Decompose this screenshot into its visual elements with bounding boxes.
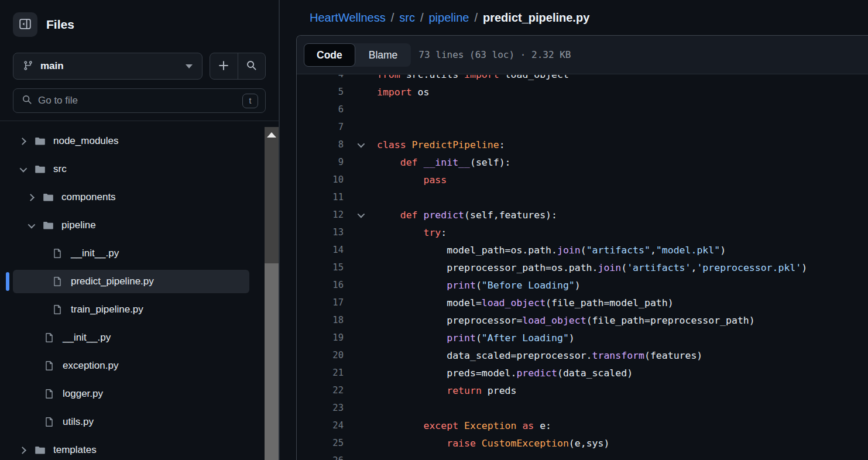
collapse-sidebar-button[interactable] (13, 12, 37, 37)
line-number[interactable]: 26 (297, 455, 344, 460)
breadcrumb-repo-link[interactable]: HeartWellness (310, 11, 386, 25)
go-to-file-input[interactable] (38, 95, 236, 107)
code-line-11: 11 (297, 188, 868, 206)
code-text: except Exception as e: (377, 420, 551, 431)
code-text: try: (377, 227, 447, 238)
search-icon (246, 60, 257, 73)
line-number[interactable]: 22 (297, 385, 344, 396)
line-number[interactable]: 19 (297, 332, 344, 343)
branch-name: main (40, 60, 64, 72)
code-line-8: 8class PredictPipeline: (297, 136, 868, 153)
code-text: def __init__(self): (377, 157, 511, 168)
code-blame-switch: Code Blame (304, 43, 411, 67)
sidebar-header: Files main (0, 0, 279, 113)
sidebar-scrollbar[interactable] (265, 127, 279, 460)
tree-item-src[interactable]: src (13, 157, 249, 181)
tree-item-templates[interactable]: templates (13, 438, 249, 460)
line-number[interactable]: 23 (297, 403, 344, 413)
breadcrumb-pipeline-link[interactable]: pipeline (428, 11, 469, 25)
tree-item-label: __init__.py (71, 248, 119, 259)
breadcrumb-src-link[interactable]: src (399, 11, 415, 25)
line-number[interactable]: 6 (297, 104, 344, 115)
tree-item-label: logger.py (63, 388, 103, 400)
tree-item--init-py[interactable]: __init__.py (13, 242, 249, 265)
code-line-17: 17 model=load_object(file_path=model_pat… (297, 294, 868, 311)
code-text: import os (377, 87, 429, 98)
code-text: model_path=os.path.join("artifacts","mod… (377, 245, 726, 256)
tree-item-label: __init__.py (63, 332, 111, 344)
tree-item-train-pipeline-py[interactable]: train_pipeline.py (13, 298, 249, 321)
chevron-right-icon (18, 448, 27, 453)
code-text: data_scaled=preprocessor.transform(featu… (377, 350, 702, 361)
tree-item-node-modules[interactable]: node_modules (13, 129, 249, 153)
code-text: def predict(self,features): (377, 210, 557, 221)
file-view-container: Code Blame 73 lines (63 loc) · 2.32 KB 4… (296, 35, 868, 460)
line-number[interactable]: 4 (297, 75, 344, 80)
git-branch-icon (23, 60, 33, 73)
tree-item-label: src (53, 163, 67, 175)
scrollbar-up-arrow-icon[interactable] (265, 127, 279, 142)
fold-chevron-icon[interactable] (344, 142, 377, 147)
code-line-6: 6 (297, 101, 868, 118)
code-text: model=load_object(file_path=model_path) (377, 297, 674, 308)
main-panel: HeartWellness / src / pipeline / predict… (281, 0, 868, 460)
tab-code[interactable]: Code (304, 43, 355, 67)
line-number[interactable]: 14 (297, 245, 344, 255)
shortcut-key-badge: t (242, 94, 258, 108)
line-number[interactable]: 18 (297, 315, 344, 325)
code-line-13: 13 try: (297, 224, 868, 241)
code-line-12: 12 def predict(self,features): (297, 206, 868, 224)
code-line-4: 4from src.utils import load_object (297, 75, 868, 83)
tree-item--init-py[interactable]: __init__.py (13, 326, 249, 349)
code-line-21: 21 preds=model.predict(data_scaled) (297, 364, 868, 382)
line-number[interactable]: 16 (297, 280, 344, 290)
files-header-row: Files (13, 12, 266, 37)
tree-item-predict-pipeline-py[interactable]: predict_pipeline.py (13, 270, 249, 293)
tab-blame[interactable]: Blame (355, 43, 411, 67)
line-number[interactable]: 12 (297, 210, 344, 220)
line-number[interactable]: 9 (297, 157, 344, 167)
branch-row: main (13, 53, 266, 80)
search-icon (22, 94, 32, 107)
fold-chevron-icon[interactable] (344, 212, 377, 218)
chevron-right-icon (26, 195, 35, 200)
line-number[interactable]: 24 (297, 420, 344, 431)
line-number[interactable]: 20 (297, 350, 344, 361)
tree-item-exception-py[interactable]: exception.py (13, 354, 249, 377)
chevron-down-icon (186, 64, 193, 68)
tree-item-utils-py[interactable]: utils.py (13, 410, 249, 434)
breadcrumb: HeartWellness / src / pipeline / predict… (281, 0, 868, 35)
add-file-button[interactable] (210, 53, 238, 79)
code-text: pass (377, 174, 447, 186)
line-number[interactable]: 25 (297, 438, 344, 448)
line-number[interactable]: 21 (297, 368, 344, 378)
tree-item-components[interactable]: components (13, 186, 249, 209)
line-number[interactable]: 7 (297, 122, 344, 132)
tree-item-logger-py[interactable]: logger.py (13, 382, 249, 406)
line-number[interactable]: 15 (297, 262, 344, 273)
chevron-right-icon (18, 139, 27, 144)
tree-item-pipeline[interactable]: pipeline (13, 214, 249, 237)
line-number[interactable]: 10 (297, 174, 344, 185)
code-line-15: 15 preprocessor_path=os.path.join('artif… (297, 259, 868, 276)
search-tree-button[interactable] (238, 53, 266, 79)
line-number[interactable]: 13 (297, 227, 344, 238)
line-number[interactable]: 17 (297, 297, 344, 308)
tree-item-label: node_modules (53, 135, 119, 147)
sidebar-collapse-icon (18, 17, 32, 33)
branch-selector[interactable]: main (13, 53, 203, 80)
breadcrumb-current-file: predict_pipeline.py (483, 11, 589, 25)
code-line-24: 24 except Exception as e: (297, 417, 868, 434)
scrollbar-thumb[interactable] (265, 263, 279, 460)
folder-icon (42, 220, 54, 231)
code-line-7: 7 (297, 118, 868, 136)
line-number[interactable]: 11 (297, 192, 344, 202)
file-icon (52, 304, 63, 315)
file-tree: node_modulessrccomponentspipeline__init_… (0, 121, 279, 460)
folder-icon (34, 164, 46, 175)
line-number[interactable]: 8 (297, 139, 344, 150)
line-number[interactable]: 5 (297, 87, 344, 97)
tree-item-label: templates (53, 444, 97, 456)
tree-actions-group (210, 53, 266, 80)
code-line-14: 14 model_path=os.path.join("artifacts","… (297, 241, 868, 259)
